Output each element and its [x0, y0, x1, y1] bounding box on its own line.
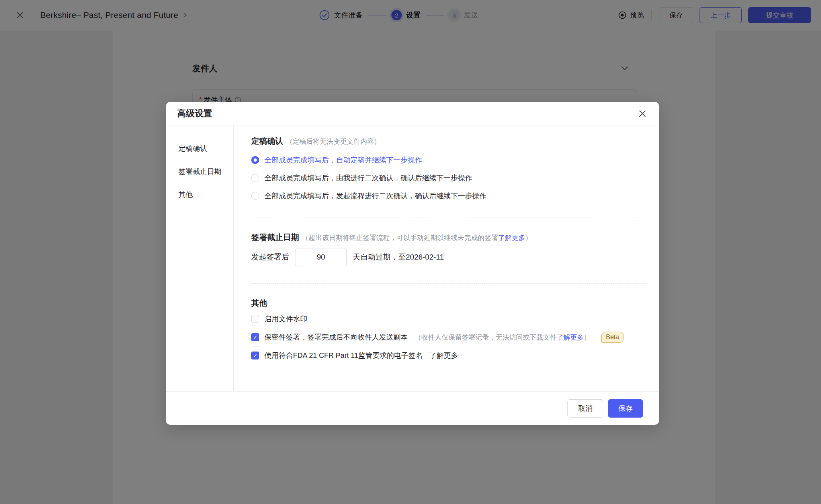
deadline-section-note: （超出该日期将终止签署流程，可以手动延期以继续未完成的签署了解更多） [302, 233, 532, 242]
checkbox-label: 使用符合FDA 21 CFR Part 11监管要求的电子签名 [264, 351, 423, 360]
checkbox-note: （收件人仅保留签署记录，无法访问或下载文件了解更多） [414, 333, 590, 342]
others-options: 启用文件水印 ✓ 保密件签署，签署完成后不向收件人发送副本 （收件人仅保留签署记… [251, 314, 646, 361]
note-close: ） [584, 334, 590, 341]
sidebar-item-others[interactable]: 其他 [178, 189, 233, 200]
cancel-button[interactable]: 取消 [567, 399, 603, 418]
learn-more-link[interactable]: 了解更多 [430, 351, 458, 360]
radio-label: 全部成员完成填写后，自动定稿并继续下一步操作 [264, 155, 422, 165]
sidebar-item-sign-deadline[interactable]: 签署截止日期 [178, 166, 233, 177]
advanced-settings-modal: 高级设置 定稿确认 签署截止日期 其他 定稿确认 （定稿后将无法变更文件内容） [166, 102, 659, 425]
radio-unselected-icon[interactable] [251, 174, 259, 182]
checkbox-row-watermark[interactable]: 启用文件水印 [251, 314, 646, 324]
learn-more-link[interactable]: 了解更多 [498, 234, 525, 242]
checkbox-unchecked-icon[interactable] [251, 315, 259, 323]
sidebar-item-finalize-confirm[interactable]: 定稿确认 [178, 143, 233, 154]
app-root: Berkshire– Past, Present and Future 文件准备… [0, 0, 821, 504]
deadline-prefix-text: 发起签署后 [251, 252, 289, 262]
deadline-section-title: 签署截止日期 [251, 232, 299, 243]
deadline-row: 发起签署后 天自动过期，至2026-02-11 [251, 248, 646, 266]
checkbox-label: 启用文件水印 [264, 314, 307, 324]
finalize-section-note: （定稿后将无法变更文件内容） [286, 137, 381, 146]
deadline-section-header: 签署截止日期 （超出该日期将终止签署流程，可以手动延期以继续未完成的签署了解更多… [251, 232, 646, 243]
radio-label: 全部成员完成填写后，发起流程进行二次确认，确认后继续下一步操作 [264, 191, 487, 201]
modal-title: 高级设置 [177, 107, 212, 119]
radio-selected-icon[interactable] [251, 156, 259, 164]
modal-footer: 取消 保存 [166, 391, 659, 425]
modal-header: 高级设置 [166, 102, 659, 125]
section-divider [251, 217, 646, 217]
checkbox-label: 保密件签署，签署完成后不向收件人发送副本 [264, 332, 408, 342]
finalize-section-title: 定稿确认 [251, 136, 283, 147]
finalize-options: 全部成员完成填写后，自动定稿并继续下一步操作 全部成员完成填写后，由我进行二次确… [251, 155, 646, 201]
finalize-section-header: 定稿确认 （定稿后将无法变更文件内容） [251, 136, 646, 147]
modal-save-button[interactable]: 保存 [608, 399, 643, 418]
others-section-title: 其他 [251, 298, 267, 309]
radio-auto-finalize[interactable]: 全部成员完成填写后，自动定稿并继续下一步操作 [251, 155, 646, 165]
modal-sidebar: 定稿确认 签署截止日期 其他 [166, 125, 234, 391]
checkbox-checked-icon[interactable]: ✓ [251, 333, 259, 341]
note-text: （收件人仅保留签署记录，无法访问或下载文件 [414, 334, 557, 341]
section-divider [251, 283, 646, 284]
modal-content: 定稿确认 （定稿后将无法变更文件内容） 全部成员完成填写后，自动定稿并继续下一步… [234, 125, 659, 391]
radio-label: 全部成员完成填写后，由我进行二次确认，确认后继续下一步操作 [264, 173, 472, 183]
expiry-days-input[interactable] [295, 248, 347, 266]
deadline-suffix-text: 天自动过期，至2026-02-11 [353, 252, 444, 262]
checkbox-checked-icon[interactable]: ✓ [251, 352, 259, 359]
deadline-note-text: （超出该日期将终止签署流程，可以手动延期以继续未完成的签署 [302, 234, 498, 242]
learn-more-link[interactable]: 了解更多 [557, 334, 584, 341]
deadline-note-close: ） [525, 234, 532, 242]
modal-body: 定稿确认 签署截止日期 其他 定稿确认 （定稿后将无法变更文件内容） 全部成员完… [166, 125, 659, 391]
radio-unselected-icon[interactable] [251, 192, 259, 200]
beta-badge: Beta [601, 332, 624, 343]
others-section-header: 其他 [251, 298, 646, 309]
checkbox-row-fda-esign[interactable]: ✓ 使用符合FDA 21 CFR Part 11监管要求的电子签名 了解更多 [251, 350, 646, 361]
modal-close-icon[interactable] [637, 108, 648, 119]
radio-confirm-by-initiator-flow[interactable]: 全部成员完成填写后，发起流程进行二次确认，确认后继续下一步操作 [251, 191, 646, 201]
radio-confirm-by-me[interactable]: 全部成员完成填写后，由我进行二次确认，确认后继续下一步操作 [251, 173, 646, 183]
checkbox-row-confidential-signing[interactable]: ✓ 保密件签署，签署完成后不向收件人发送副本 （收件人仅保留签署记录，无法访问或… [251, 332, 646, 342]
